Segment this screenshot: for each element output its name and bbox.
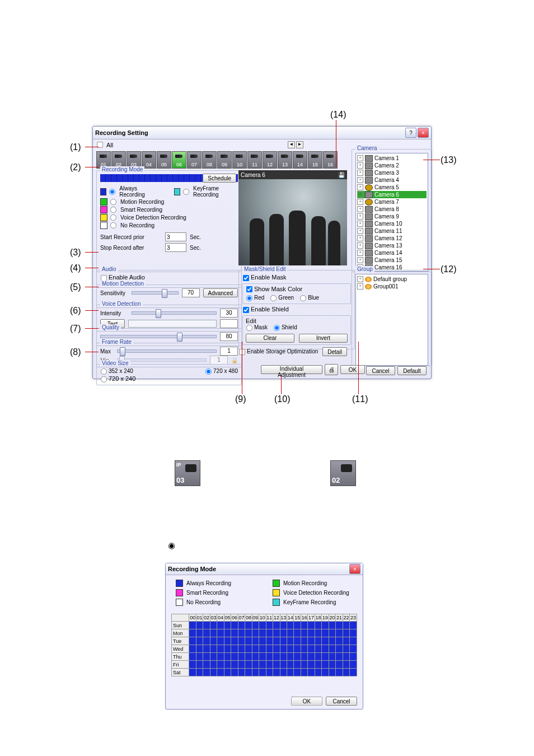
max-slider[interactable] [117, 349, 217, 353]
invert-button[interactable]: Invert [299, 334, 348, 343]
tree-item[interactable]: +Camera 13 [357, 242, 427, 249]
tree-item[interactable]: +Camera 9 [357, 213, 427, 220]
show-mask-checkbox[interactable]: Show Mask [246, 286, 286, 292]
tree-item[interactable]: +Camera 12 [357, 235, 427, 242]
svg-point-17 [224, 155, 228, 158]
individual-adjustment-button[interactable]: Individual Adjustment [261, 365, 322, 374]
min-slider [117, 358, 207, 362]
schedule-bar[interactable]: Schedule [100, 174, 238, 182]
enable-audio-checkbox[interactable]: Enable Audio [100, 274, 145, 281]
tree-item[interactable]: +Camera 15 [357, 256, 427, 264]
ip-camera-icon: IP 03 [175, 460, 200, 486]
color-blue[interactable]: Blue [299, 295, 319, 302]
svg-point-19 [240, 155, 243, 158]
bullet-dot: ◉ [168, 540, 175, 550]
callout-9: (9) [235, 394, 246, 404]
camera-tab-09[interactable]: 09 [217, 151, 232, 169]
svg-point-25 [285, 155, 288, 158]
dialog2-close-button[interactable]: × [349, 564, 360, 574]
mask-shield-group: Mask/Shield Edit Enable Mask Show Mask C… [238, 270, 355, 349]
recording-mode-group: Recording Mode Schedule Always Recording… [96, 170, 242, 272]
max-value: 1 [220, 347, 238, 356]
print-icon[interactable]: 🖨 [325, 364, 338, 375]
tree-item[interactable]: +Camera 8 [357, 206, 427, 213]
help-button[interactable]: ? [405, 128, 416, 138]
color-red[interactable]: Red [246, 295, 264, 302]
camera-tab-06[interactable]: 06 [172, 151, 186, 169]
schedule-table[interactable]: 0001020304050607080910111213141516171819… [171, 614, 357, 676]
dialog2-ok-button[interactable]: OK [291, 697, 322, 706]
tree-item[interactable]: +Camera 11 [357, 227, 427, 235]
sec-label: Sec. [190, 234, 201, 240]
prior-input[interactable] [165, 232, 186, 241]
color-green[interactable]: Green [270, 295, 294, 302]
clear-button[interactable]: Clear [246, 334, 294, 343]
tree-item[interactable]: +Camera 3 [357, 169, 427, 176]
min-value: 1 [210, 356, 228, 365]
camera-tree[interactable]: +Camera 1+Camera 2+Camera 3+Camera 4+Cam… [355, 153, 428, 272]
tree-item[interactable]: +Camera 5 [357, 184, 427, 191]
dialog2-cancel-button[interactable]: Cancel [326, 697, 357, 706]
svg-point-7 [149, 155, 152, 158]
vsize-720x480[interactable]: 720 x 480 [205, 368, 238, 375]
callout-14: (14) [330, 110, 346, 120]
camera-tab-05[interactable]: 05 [157, 151, 171, 169]
svg-point-23 [270, 155, 273, 158]
tree-item[interactable]: +Camera 6 [357, 191, 427, 198]
close-button[interactable]: × [418, 128, 429, 138]
svg-point-15 [209, 155, 213, 158]
vsize-720x240[interactable]: 720 x 240 [100, 375, 135, 382]
camera-tab-14[interactable]: 14 [293, 151, 307, 169]
enable-storage-checkbox[interactable]: Enable Storage Optimization [238, 348, 318, 356]
callout-10: (10) [274, 394, 290, 404]
schedule-button[interactable]: Schedule [203, 174, 236, 183]
group-item[interactable]: +Default group [357, 276, 427, 283]
tree-item[interactable]: +Camera 10 [357, 220, 427, 227]
callout-8: (8) [70, 347, 81, 357]
group-item[interactable]: +Group001 [357, 283, 427, 290]
camera-tab-13[interactable]: 13 [278, 151, 292, 169]
tab-nav: ◄ ► [288, 141, 303, 148]
lock-icon: 🔒 [231, 357, 238, 363]
camera-tab-12[interactable]: 12 [263, 151, 277, 169]
quality-slider[interactable] [100, 335, 217, 338]
tree-item[interactable]: +Camera 14 [357, 249, 427, 256]
nav-right-button[interactable]: ► [296, 141, 303, 148]
after-input[interactable] [165, 243, 186, 252]
test-meter [128, 320, 217, 328]
save-icon[interactable]: 💾 [338, 172, 345, 178]
detail-button[interactable]: Detail [322, 347, 347, 356]
vsize-352x240[interactable]: 352 x 240 [100, 368, 133, 375]
tree-item[interactable]: +Camera 1 [357, 155, 427, 162]
group-legend: Recording Mode [100, 166, 144, 172]
camera-tab-15[interactable]: 15 [308, 151, 322, 169]
preview-image [238, 179, 347, 265]
svg-point-1 [104, 155, 107, 158]
default-button[interactable]: Default [397, 366, 427, 375]
intensity-slider[interactable] [132, 311, 217, 315]
cancel-button[interactable]: Cancel [366, 366, 395, 375]
enable-shield-checkbox[interactable]: Enable Shield [242, 306, 289, 312]
ok-button[interactable]: OK [340, 365, 365, 374]
advanced-button[interactable]: Advanced [203, 288, 238, 297]
nav-left-button[interactable]: ◄ [288, 141, 295, 148]
edit-mask-radio[interactable]: Mask [246, 324, 268, 332]
tree-item[interactable]: +Camera 2 [357, 162, 427, 169]
tree-item[interactable]: +Camera 4 [357, 176, 427, 184]
tree-item[interactable]: +Camera 7 [357, 198, 427, 206]
callout-6: (6) [70, 306, 81, 316]
callout-2: (2) [70, 162, 81, 172]
all-checkbox[interactable]: All [96, 141, 113, 148]
camera-tab-08[interactable]: 08 [202, 151, 217, 169]
camera-tab-10[interactable]: 10 [232, 151, 247, 169]
edit-shield-radio[interactable]: Shield [273, 324, 297, 332]
prior-label: Start Record prior [100, 234, 162, 240]
sensitivity-slider[interactable] [132, 291, 179, 295]
enable-mask-checkbox[interactable]: Enable Mask [242, 274, 287, 281]
edit-subgroup: Edit Mask Shield Clear Invert [242, 315, 351, 345]
camera-preview: Camera 6 💾 [238, 170, 347, 265]
camera-tab-11[interactable]: 11 [247, 151, 262, 169]
svg-point-29 [315, 155, 318, 158]
group-tree[interactable]: +Default group+Group001 [355, 274, 428, 366]
camera-tab-07[interactable]: 07 [187, 151, 202, 169]
